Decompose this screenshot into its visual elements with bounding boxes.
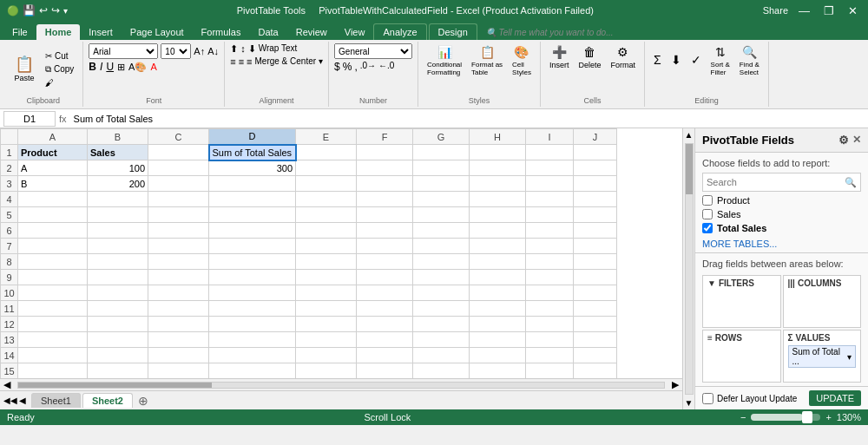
more-tables-link[interactable]: MORE TABLES... — [695, 235, 868, 252]
pivot-field-product-checkbox[interactable] — [702, 195, 713, 206]
cell-G1[interactable] — [413, 145, 470, 160]
cell-J2[interactable] — [574, 160, 617, 176]
cell-B3[interactable]: 200 — [88, 176, 148, 192]
fill-color-btn[interactable]: A🎨 — [128, 62, 147, 73]
format-painter-btn[interactable]: 🖌 — [42, 77, 77, 88]
conditional-formatting-btn[interactable]: 📊 ConditionalFormatting — [424, 43, 465, 78]
align-right-btn[interactable]: ≡ — [247, 56, 252, 67]
cell-E3[interactable] — [296, 176, 357, 192]
align-left-btn[interactable]: ≡ — [230, 56, 235, 67]
align-middle-btn[interactable]: ↕ — [240, 43, 246, 55]
cell-H1[interactable] — [470, 145, 526, 160]
cell-J1[interactable] — [574, 145, 617, 160]
italic-btn[interactable]: I — [100, 61, 102, 73]
h-scroll-thumb[interactable] — [18, 383, 212, 388]
values-item-total-sales[interactable]: Sum of Total ... ▾ — [788, 345, 857, 368]
drag-area-values[interactable]: Σ VALUES Sum of Total ... ▾ — [783, 330, 862, 383]
name-box[interactable] — [3, 111, 56, 127]
pivot-field-total-sales[interactable]: Total Sales — [695, 221, 868, 235]
pivot-field-sales-checkbox[interactable] — [702, 209, 713, 219]
cell-B2[interactable]: 100 — [88, 160, 148, 176]
drag-area-rows[interactable]: ≡ ROWS — [702, 330, 781, 383]
cell-A4[interactable] — [18, 192, 88, 207]
zoom-slider-thumb[interactable] — [802, 411, 812, 423]
cell-G2[interactable] — [413, 160, 470, 176]
decrease-decimal-btn[interactable]: ←.0 — [378, 61, 394, 73]
bold-btn[interactable]: B — [89, 61, 96, 73]
tab-page-layout[interactable]: Page Layout — [122, 24, 193, 40]
cut-btn[interactable]: ✂ Cut — [42, 50, 77, 62]
share-btn[interactable]: Share — [763, 5, 788, 16]
tab-home[interactable]: Home — [36, 24, 81, 40]
scroll-up-btn[interactable]: ▲ — [683, 128, 695, 141]
pivot-field-total-sales-checkbox[interactable] — [702, 223, 713, 233]
underline-btn[interactable]: U — [106, 61, 114, 73]
scroll-tabs-left2[interactable]: ◀ — [19, 396, 26, 405]
cell-E2[interactable] — [296, 160, 357, 176]
cell-G3[interactable] — [413, 176, 470, 192]
tab-formulas[interactable]: Formulas — [193, 24, 250, 40]
format-btn[interactable]: ⚙ Format — [607, 43, 639, 71]
v-scroll-track[interactable] — [685, 143, 694, 395]
number-format-select[interactable]: General — [334, 43, 412, 59]
drag-area-columns[interactable]: ||| COLUMNS — [783, 275, 862, 328]
col-header-C[interactable]: C — [148, 129, 209, 145]
tab-analyze[interactable]: Analyze — [373, 23, 426, 40]
v-scroll-thumb[interactable] — [686, 144, 693, 194]
cell-I3[interactable] — [526, 176, 574, 192]
quick-access-redo[interactable]: ↪ — [51, 4, 60, 16]
pivot-field-sales[interactable]: Sales — [695, 207, 868, 221]
h-scroll-track[interactable] — [17, 382, 665, 389]
cell-A3[interactable]: B — [18, 176, 88, 192]
tab-search[interactable]: 🔍 Tell me what you want to do... — [479, 25, 621, 40]
cell-J3[interactable] — [574, 176, 617, 192]
pivot-search-input[interactable] — [707, 177, 857, 187]
decrease-font-btn[interactable]: A↓ — [207, 46, 219, 56]
horizontal-scrollbar[interactable]: ◀ ▶ — [0, 378, 682, 390]
cell-C1[interactable] — [148, 145, 209, 160]
tab-data[interactable]: Data — [249, 24, 286, 40]
currency-btn[interactable]: $ — [334, 61, 340, 73]
align-bottom-btn[interactable]: ⬇ — [248, 43, 256, 55]
col-header-G[interactable]: G — [413, 129, 470, 145]
wrap-text-btn[interactable]: Wrap Text — [259, 43, 298, 55]
fill-btn[interactable]: ⬇ — [667, 43, 685, 78]
merge-center-btn[interactable]: Merge & Center ▾ — [254, 56, 322, 67]
pivot-field-product[interactable]: Product — [695, 193, 868, 207]
border-btn[interactable]: ⊞ — [117, 62, 125, 73]
cell-F1[interactable] — [357, 145, 413, 160]
cell-F3[interactable] — [357, 176, 413, 192]
tab-review[interactable]: Review — [287, 24, 336, 40]
pivot-settings-btn[interactable]: ⚙ — [838, 134, 849, 147]
col-header-E[interactable]: E — [296, 129, 357, 145]
pivot-panel-close-btn[interactable]: ✕ — [852, 134, 861, 147]
restore-btn[interactable]: ❐ — [820, 4, 838, 17]
cell-E1[interactable] — [296, 145, 357, 160]
scroll-down-btn[interactable]: ▼ — [683, 396, 695, 409]
zoom-minus-btn[interactable]: − — [740, 412, 746, 422]
scroll-right-btn[interactable]: ▶ — [668, 379, 682, 390]
paste-btn[interactable]: 📋 Paste — [9, 55, 40, 84]
sheet-tab-sheet2[interactable]: Sheet2 — [82, 393, 133, 408]
vertical-scrollbar[interactable]: ▲ ▼ — [682, 128, 694, 409]
cell-F2[interactable] — [357, 160, 413, 176]
increase-font-btn[interactable]: A↑ — [194, 46, 205, 56]
drag-area-filters[interactable]: ▼ FILTERS — [702, 275, 781, 328]
autosum-btn[interactable]: Σ — [650, 43, 665, 78]
align-center-btn[interactable]: ≡ — [239, 56, 244, 67]
sheet-tab-sheet1[interactable]: Sheet1 — [31, 393, 81, 408]
zoom-plus-btn[interactable]: + — [825, 412, 831, 422]
cell-styles-btn[interactable]: 🎨 CellStyles — [509, 43, 535, 78]
delete-btn[interactable]: 🗑 Delete — [575, 43, 604, 71]
cell-D3[interactable] — [209, 176, 296, 192]
increase-decimal-btn[interactable]: .0→ — [360, 61, 376, 73]
quick-access-undo[interactable]: ↩ — [39, 4, 48, 16]
col-header-F[interactable]: F — [357, 129, 413, 145]
format-as-table-btn[interactable]: 📋 Format asTable — [468, 43, 506, 78]
font-size-select[interactable]: 10 — [161, 43, 191, 59]
percent-btn[interactable]: % — [343, 61, 352, 73]
defer-layout-check[interactable]: Defer Layout Update — [702, 393, 797, 404]
cell-C2[interactable] — [148, 160, 209, 176]
cell-A1[interactable]: Product — [18, 145, 88, 160]
quick-access-save[interactable]: 💾 — [23, 4, 36, 16]
